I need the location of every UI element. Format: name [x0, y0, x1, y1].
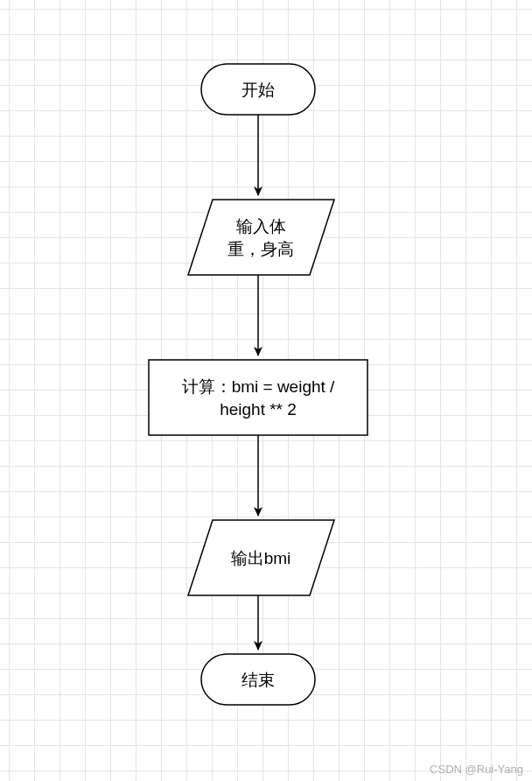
process-label-line1: 计算：bmi = weight /: [182, 377, 335, 396]
process-node: 计算：bmi = weight / height ** 2: [149, 360, 368, 435]
start-label: 开始: [242, 81, 275, 99]
end-node: 结束: [201, 654, 315, 705]
svg-marker-1: [188, 200, 334, 275]
svg-rect-2: [149, 360, 368, 435]
watermark-text: CSDN @Rui-Yang: [430, 763, 523, 776]
input-label-line2: 重，身高: [228, 240, 294, 258]
output-label: 输出bmi: [231, 549, 291, 567]
process-label-line2: height ** 2: [220, 400, 297, 419]
start-node: 开始: [201, 64, 315, 115]
input-label-line1: 输入体: [236, 217, 286, 236]
end-label: 结束: [242, 671, 275, 689]
flowchart-svg: 开始 输入体 重，身高 计算：bmi = weight / height ** …: [0, 0, 532, 781]
input-node: 输入体 重，身高: [188, 200, 334, 275]
output-node: 输出bmi: [188, 520, 334, 595]
